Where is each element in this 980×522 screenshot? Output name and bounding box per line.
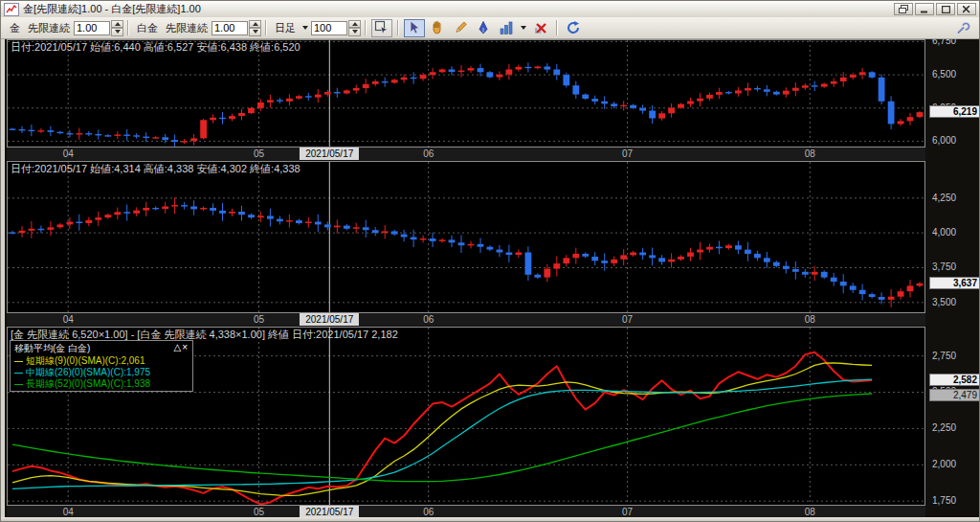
- select-zone-icon: [374, 20, 390, 35]
- y-axis-label: 3,500: [932, 297, 956, 307]
- y-axis-label: 1,750: [932, 495, 956, 506]
- clear-indicators-button[interactable]: [530, 19, 551, 37]
- platinum-label: 白金: [137, 21, 158, 35]
- x-axis-label: 06: [423, 313, 434, 326]
- x-axis-label: 04: [63, 313, 74, 326]
- gold-series-label: 先限連続: [28, 21, 70, 35]
- chart-type-caret-icon[interactable]: [521, 26, 526, 30]
- refresh-icon: [566, 20, 581, 35]
- x-axis-label: 07: [622, 148, 633, 160]
- bar-count-input[interactable]: [311, 21, 347, 35]
- x-axis-label: 05: [254, 148, 264, 160]
- gold-ratio-down-icon[interactable]: [111, 28, 123, 36]
- pan-hand-icon: [430, 20, 445, 35]
- toolbar-separator: [556, 20, 558, 35]
- selected-date-label: 2021/05/17: [300, 148, 359, 160]
- x-axis-label: 07: [622, 313, 633, 326]
- last-value-box: 2,582: [929, 374, 980, 386]
- x-axis-label: 06: [423, 148, 434, 160]
- y-axis-label: 6,500: [932, 69, 956, 79]
- toolbar: 金 先限連続 白金 先限連続 日足: [1, 17, 979, 39]
- platinum-series-label: 先限連続: [166, 21, 208, 35]
- minimize-button[interactable]: [915, 3, 934, 15]
- toolbar-separator: [397, 20, 399, 35]
- chart-type-button[interactable]: [496, 19, 517, 37]
- y-axis-label: 4,250: [932, 193, 956, 203]
- gold-ratio-input[interactable]: [74, 21, 110, 35]
- maximize-button[interactable]: [936, 3, 955, 15]
- gold-x-axis: 04052021/05/17060708: [7, 148, 925, 160]
- refresh-button[interactable]: [563, 19, 584, 37]
- toolbar-separator: [365, 20, 367, 35]
- pan-tool-button[interactable]: [427, 19, 448, 37]
- wrench-icon: [955, 20, 970, 35]
- pen-tool-button[interactable]: [473, 19, 494, 37]
- gold-ratio-up-icon[interactable]: [111, 20, 123, 29]
- toolbar-separator: [127, 20, 129, 35]
- legend-item-short-ma: 短期線(9)(0)(SMA)(C):2,061: [12, 355, 190, 367]
- line-swatch-icon: [14, 361, 23, 362]
- y-axis-label: 2,000: [932, 459, 956, 469]
- toolbar-separator: [265, 20, 267, 35]
- pencil-icon: [453, 20, 468, 35]
- legend-controls[interactable]: △×: [173, 342, 189, 355]
- y-axis-label: 6,000: [932, 135, 956, 146]
- close-button[interactable]: [957, 3, 976, 15]
- legend-item-mid-ma: 中期線(26)(0)(SMA)(C):1,975: [12, 367, 190, 378]
- chevron-down-icon[interactable]: [302, 26, 308, 30]
- gold-ratio-stepper: [111, 20, 123, 36]
- platinum-ratio-stepper: [249, 20, 261, 36]
- app-window: 金[先限連続]1.00 - 白金[先限連続]1.00 金 先限連続 白金 先: [0, 0, 980, 522]
- float-window-button[interactable]: [894, 3, 913, 15]
- cursor-icon: [407, 20, 422, 35]
- window-title: 金[先限連続]1.00 - 白金[先限連続]1.00: [23, 2, 894, 16]
- y-axis-label: 2,750: [932, 351, 956, 361]
- spread-chart-pane[interactable]: [金 先限連続 6,520×1.00] - [白金 先限連続 4,338×1.0…: [7, 327, 925, 506]
- bar-count-down-icon[interactable]: [348, 28, 361, 36]
- line-swatch-icon: [14, 384, 23, 385]
- moving-average-legend: 移動平均(金 白金) △× 短期線(9)(0)(SMA)(C):2,061 中期…: [10, 340, 193, 392]
- x-axis-label: 04: [63, 148, 74, 160]
- y-axis-label: 3,750: [932, 261, 956, 272]
- legend-item-long-ma: 長期線(52)(0)(SMA)(C):1,938: [12, 378, 190, 390]
- title-bar: 金[先限連続]1.00 - 白金[先限連続]1.00: [1, 1, 979, 18]
- period-dropdown[interactable]: 日足: [275, 21, 296, 35]
- pen-icon: [476, 20, 491, 35]
- last-value-box: 3,637: [929, 277, 980, 289]
- gold-chart-pane[interactable]: 日付:2021/05/17 始値:6,440 高値:6,527 安値:6,438…: [7, 39, 925, 148]
- pencil-tool-button[interactable]: [450, 19, 471, 37]
- last-value-box: 6,219: [929, 105, 980, 118]
- clear-icon: [533, 20, 548, 35]
- platinum-ratio-down-icon[interactable]: [249, 28, 261, 36]
- platinum-x-axis: 04052021/05/17060708: [7, 313, 925, 326]
- platinum-ratio-up-icon[interactable]: [249, 20, 261, 29]
- selected-date-label: 2021/05/17: [300, 313, 359, 326]
- select-zone-button[interactable]: [371, 19, 392, 37]
- last-value-box: 2,479: [929, 389, 980, 401]
- x-axis-label: 08: [805, 313, 815, 326]
- y-axis-label: 4,000: [932, 227, 956, 238]
- gold-label: 金: [10, 21, 20, 35]
- cursor-tool-button[interactable]: [404, 19, 425, 37]
- y-axis-label: 2,250: [932, 422, 956, 433]
- x-axis-label: 05: [254, 313, 264, 326]
- window-controls: [894, 3, 976, 15]
- legend-title: 移動平均(金 白金): [14, 342, 90, 355]
- x-axis-label: 08: [805, 148, 815, 160]
- line-swatch-icon: [14, 373, 23, 374]
- bar-count-up-icon[interactable]: [348, 20, 361, 29]
- chart-area: 日付:2021/05/17 始値:6,440 高値:6,527 安値:6,438…: [1, 38, 979, 517]
- status-bar: [1, 517, 979, 521]
- bar-count-stepper: [348, 20, 361, 36]
- chart-app-icon: [4, 3, 19, 16]
- bar-chart-icon: [499, 20, 514, 35]
- settings-button[interactable]: [952, 19, 973, 37]
- platinum-ratio-input[interactable]: [212, 21, 248, 35]
- price-axis-gutter: 6,7506,5006,2506,0006,2194,2504,0003,750…: [929, 38, 980, 517]
- platinum-chart-pane[interactable]: 日付:2021/05/17 始値:4,314 高値:4,338 安値:4,302…: [7, 161, 925, 313]
